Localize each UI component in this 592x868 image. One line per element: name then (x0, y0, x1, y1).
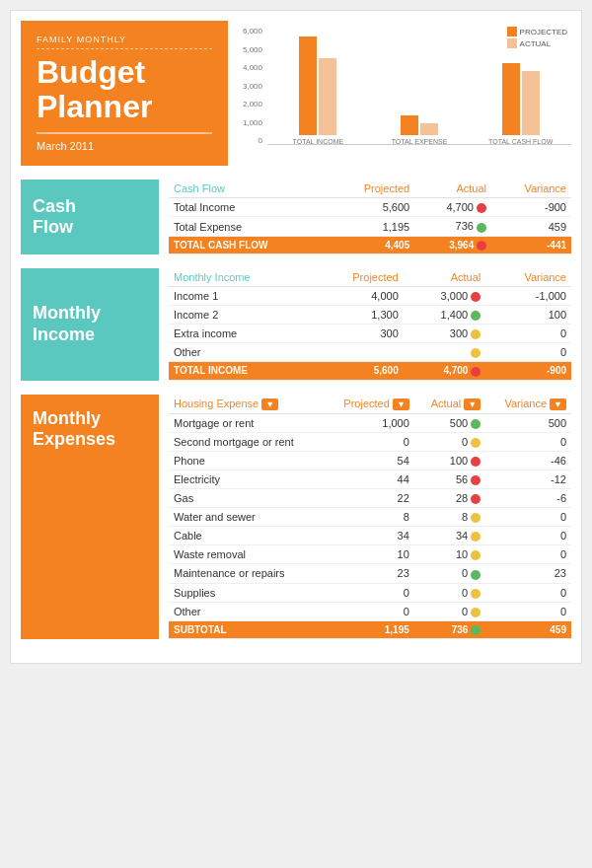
table-row: Phone 54 100 -46 (169, 451, 571, 470)
cf-col-actual: Actual (414, 180, 491, 198)
me-row10-label: Supplies (169, 583, 324, 602)
me-total-actual: 736 (414, 620, 485, 638)
mi-row1-actual: 3,000 (404, 286, 485, 305)
me-row9-label: Maintenance or repairs (169, 564, 324, 583)
month-label: March 2011 (37, 140, 212, 152)
table-row: Total Expense 1,195 736 459 (169, 217, 571, 236)
table-row: Second mortgage or rent 0 0 0 (169, 432, 571, 451)
dot-red (471, 475, 481, 485)
me-row3-label: Phone (169, 451, 324, 470)
bar-expense-actual (420, 123, 438, 135)
me-row5-label: Gas (169, 489, 324, 508)
dot-green-total (471, 625, 481, 635)
mi-row2-label: Income 2 (169, 306, 312, 325)
me-row11-variance: 0 (485, 602, 571, 620)
mi-row3-projected: 300 (312, 325, 404, 343)
me-col-variance: Variance ▼ (485, 395, 571, 414)
header-branding: FAMILY MONTHLY Budget Planner March 2011 (21, 21, 228, 166)
mi-row4-actual (404, 343, 485, 362)
me-row6-variance: 0 (485, 508, 571, 527)
cash-flow-header-row: Cash Flow Projected Actual Variance (169, 180, 571, 198)
cf-row2-projected: 1,195 (329, 217, 414, 236)
cf-col-name: Cash Flow (169, 180, 329, 198)
me-col-actual: Actual ▼ (414, 395, 485, 414)
table-row: Extra income 300 300 0 (169, 325, 571, 343)
table-row: Income 1 4,000 3,000 -1,000 (169, 286, 571, 305)
cf-row1-label: Total Income (169, 198, 329, 217)
mi-col-projected: Projected (312, 268, 404, 287)
me-row2-variance: 0 (485, 432, 571, 451)
dot-green (471, 419, 481, 429)
chart-area: PROJECTED ACTUAL 6,000 5,000 4,000 3,000… (238, 21, 571, 166)
me-total-variance: 459 (485, 620, 571, 638)
dot-yellow (471, 608, 481, 617)
dot-yellow (471, 329, 481, 339)
me-row7-actual: 34 (414, 527, 485, 545)
table-row: Mortgage or rent 1,000 500 500 (169, 413, 571, 432)
monthly-income-table: Monthly Income Projected Actual Variance… (169, 268, 571, 381)
bar-expense-projected (401, 115, 418, 135)
cash-flow-data-table: Cash Flow Projected Actual Variance Tota… (169, 180, 571, 254)
dot-yellow (471, 438, 481, 448)
me-row11-projected: 0 (324, 602, 413, 620)
me-row3-actual: 100 (414, 451, 485, 470)
expenses-total-row: SUBTOTAL 1,195 736 459 (169, 620, 571, 638)
mi-row2-projected: 1,300 (312, 306, 404, 325)
me-row6-label: Water and sewer (169, 508, 324, 527)
table-row: Gas 22 28 -6 (169, 489, 571, 508)
me-total-projected: 1,195 (324, 620, 413, 638)
bar-cashflow-actual (522, 71, 540, 135)
mi-row2-actual: 1,400 (404, 306, 485, 325)
me-row6-projected: 8 (324, 508, 413, 527)
mi-row4-variance: 0 (485, 343, 571, 362)
actual-filter-button[interactable]: ▼ (464, 398, 481, 410)
me-row2-actual: 0 (414, 432, 485, 451)
x-axis-line (267, 144, 571, 145)
cash-flow-label: CashFlow (21, 180, 159, 254)
cf-row1-projected: 5,600 (329, 198, 414, 217)
me-row9-actual: 0 (414, 564, 485, 583)
cf-total-variance: -441 (491, 236, 571, 253)
mi-row3-variance: 0 (485, 325, 571, 343)
me-row3-projected: 54 (324, 451, 413, 470)
me-row4-label: Electricity (169, 470, 324, 488)
cash-flow-table: Cash Flow Projected Actual Variance Tota… (169, 180, 571, 254)
dot-red (471, 457, 481, 467)
monthly-expenses-section: MonthlyExpenses Housing Expense ▼ Projec… (21, 395, 571, 639)
dot-green (471, 311, 481, 321)
me-row8-variance: 0 (485, 545, 571, 564)
dot-red (471, 494, 481, 504)
cf-row1-actual: 4,700 (414, 198, 491, 217)
mi-col-variance: Variance (485, 268, 571, 287)
monthly-income-section: MonthlyIncome Monthly Income Projected A… (21, 268, 571, 381)
dot-red (477, 203, 486, 213)
me-row5-variance: -6 (485, 489, 571, 508)
income-header-row: Monthly Income Projected Actual Variance (169, 268, 571, 287)
variance-filter-button[interactable]: ▼ (550, 398, 566, 410)
me-row8-projected: 10 (324, 545, 413, 564)
mi-row1-label: Income 1 (169, 286, 312, 305)
table-row: Total Income 5,600 4,700 -900 (169, 198, 571, 217)
me-col-name: Housing Expense ▼ (169, 395, 324, 414)
bar-group-cashflow: TOTAL CASH FLOW (470, 17, 571, 145)
monthly-income-data-table: Monthly Income Projected Actual Variance… (169, 268, 571, 381)
dot-yellow (471, 513, 481, 523)
me-row10-actual: 0 (414, 583, 485, 602)
mi-row3-actual: 300 (404, 325, 485, 343)
mi-row1-variance: -1,000 (485, 286, 571, 305)
cf-total-actual: 3,964 (414, 236, 491, 253)
table-row: Income 2 1,300 1,400 100 (169, 306, 571, 325)
bar-cashflow-projected (502, 63, 520, 135)
title: Budget Planner (37, 55, 212, 124)
housing-filter-button[interactable]: ▼ (261, 398, 278, 410)
dot-yellow (471, 532, 481, 542)
me-row2-projected: 0 (324, 432, 413, 451)
projected-filter-button[interactable]: ▼ (393, 398, 409, 410)
me-row4-actual: 56 (414, 470, 485, 488)
dot-green (471, 570, 481, 580)
mi-row4-projected (312, 343, 404, 362)
dot-yellow (471, 348, 481, 358)
mi-total-label: TOTAL INCOME (169, 362, 312, 380)
cf-col-projected: Projected (329, 180, 414, 198)
cash-flow-total-row: TOTAL CASH FLOW 4,405 3,964 -441 (169, 236, 571, 253)
